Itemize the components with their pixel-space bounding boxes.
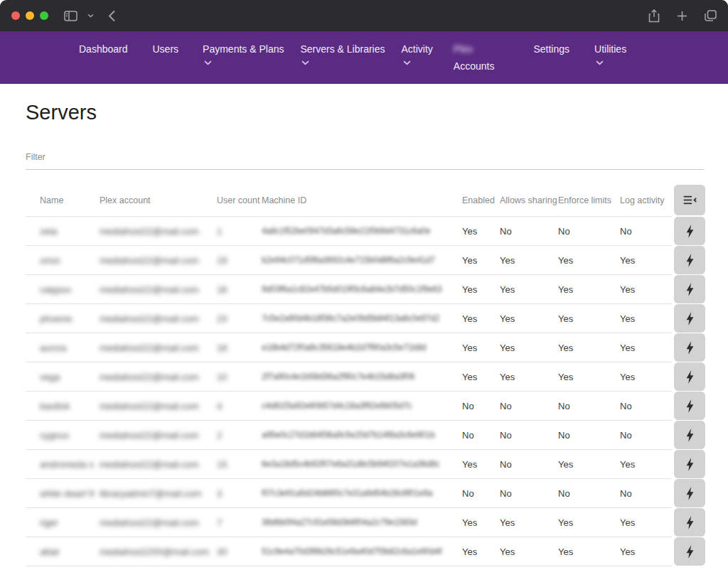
cell-enabled: Yes bbox=[462, 459, 500, 470]
row-action-button[interactable] bbox=[674, 217, 705, 245]
cell-log-activity: No bbox=[620, 401, 672, 411]
filter-input[interactable]: Filter bbox=[26, 150, 704, 170]
row-action-button[interactable] bbox=[674, 421, 705, 449]
nav-item-dashboard[interactable]: Dashboard bbox=[79, 43, 128, 55]
cell-name: zeta bbox=[40, 226, 100, 237]
column-header-enabled: Enabled bbox=[462, 195, 500, 205]
cell-log-activity: Yes bbox=[620, 546, 672, 557]
chevron-down-icon bbox=[596, 60, 604, 65]
row-action-button[interactable] bbox=[674, 537, 705, 566]
cell-enforce-limits: No bbox=[558, 488, 620, 499]
lightning-bolt-icon bbox=[685, 370, 695, 384]
table-row: zetamediahost22@mail.com14a8c1f52be0947d… bbox=[26, 216, 672, 245]
table-row: orionmediahost22@mail.com19b2e94c071d5f8… bbox=[26, 245, 672, 274]
chevron-down-icon bbox=[301, 60, 309, 65]
nav-item-settings[interactable]: Settings bbox=[533, 43, 569, 55]
cell-plex-account: mediahost22@mail.com bbox=[100, 430, 217, 441]
back-icon[interactable] bbox=[108, 10, 116, 22]
cell-enforce-limits: Yes bbox=[558, 546, 620, 557]
cell-enforce-limits: Yes bbox=[558, 284, 620, 295]
cell-machine-id: a95e0c27d1b84f36a9c5e20d7b14f8a3c6e901b bbox=[262, 430, 462, 440]
row-action-button[interactable] bbox=[674, 304, 705, 333]
cell-allows-sharing: Yes bbox=[500, 343, 558, 353]
cell-plex-account: mediahost22@mail.com bbox=[100, 517, 217, 528]
cell-user-count: 15 bbox=[217, 459, 262, 470]
cell-user-count: 1 bbox=[217, 226, 262, 237]
row-action-button[interactable] bbox=[674, 392, 705, 420]
nav-item-label: Accounts bbox=[454, 60, 495, 72]
nav-item-payments-plans[interactable]: Payments & Plans bbox=[203, 43, 284, 65]
cell-log-activity: Yes bbox=[620, 517, 672, 528]
paginator: Items per page: 30 1 – 12 of 12 bbox=[26, 578, 705, 582]
table-row: altairmediahost2200@mail.com3051c9e4a70d… bbox=[26, 537, 672, 566]
row-action-button[interactable] bbox=[674, 479, 705, 507]
nav-item-servers-libraries[interactable]: Servers & Libraries bbox=[300, 43, 385, 65]
cell-plex-account: mediahost22@mail.com bbox=[100, 313, 217, 324]
nav-item-activity[interactable]: Activity bbox=[402, 43, 433, 65]
cell-allows-sharing: No bbox=[500, 488, 558, 499]
cell-machine-id: 7c5e2a90d4b18f36c7a2e09d5b84f13a6c0e97d2 bbox=[262, 313, 462, 323]
nav-item-label: Activity bbox=[402, 43, 433, 55]
nav-item-label: Users bbox=[153, 43, 179, 55]
action-column bbox=[674, 185, 705, 566]
cell-name: cygnus bbox=[40, 430, 100, 441]
filter-underline bbox=[26, 169, 704, 170]
column-header-user-count: User count bbox=[217, 195, 262, 205]
lightning-bolt-icon bbox=[685, 487, 695, 500]
nav-item-accounts[interactable]: PlexAccounts bbox=[454, 43, 495, 72]
cell-plex-account: mediahost22@mail.com bbox=[100, 372, 217, 382]
cell-plex-account: mediahost22@mail.com bbox=[100, 459, 217, 470]
cell-enforce-limits: No bbox=[558, 401, 620, 411]
table-row: basiliskmediahost22@mail.com4c4d81f3a92e… bbox=[26, 391, 672, 420]
cell-plex-account: mediahost22@mail.com bbox=[100, 226, 217, 237]
cell-user-count: 16 bbox=[217, 284, 262, 295]
collapse-columns-button[interactable] bbox=[674, 185, 705, 215]
cell-machine-id: 2f7a90c4e1b58d36a2f90c7e4b15d8a3f06 bbox=[262, 372, 462, 382]
browser-toolbar bbox=[0, 0, 728, 31]
cell-user-count: 18 bbox=[217, 343, 262, 353]
new-tab-icon[interactable] bbox=[677, 11, 687, 21]
row-action-button[interactable] bbox=[674, 362, 705, 391]
table-row: vegamediahost22@mail.com102f7a90c4e1b58d… bbox=[26, 362, 672, 391]
cell-enabled: No bbox=[462, 430, 500, 441]
row-action-button[interactable] bbox=[674, 246, 705, 274]
tab-overview-icon[interactable] bbox=[705, 10, 717, 21]
cell-plex-account: libraryadmin7@mail.com bbox=[100, 488, 217, 499]
row-action-button[interactable] bbox=[674, 275, 705, 303]
share-icon[interactable] bbox=[648, 9, 660, 23]
cell-allows-sharing: No bbox=[500, 401, 558, 411]
cell-name: altair bbox=[40, 546, 100, 557]
lightning-bolt-icon bbox=[685, 341, 695, 355]
sidebar-toggle-icon[interactable] bbox=[64, 11, 77, 21]
row-action-button[interactable] bbox=[674, 333, 705, 362]
cell-machine-id: 51c9e4a70d3f8b26c51e9a40d7f3b82c6a1e90d4… bbox=[262, 546, 462, 556]
cell-log-activity: Yes bbox=[620, 284, 672, 295]
cell-name: basilisk bbox=[40, 401, 100, 411]
close-button[interactable] bbox=[11, 11, 20, 20]
cell-enforce-limits: Yes bbox=[558, 372, 620, 382]
lightning-bolt-icon bbox=[685, 429, 695, 442]
cell-enabled: Yes bbox=[462, 343, 500, 353]
chevron-down-icon bbox=[403, 60, 411, 65]
cell-machine-id: 6e3a18d5c4b92f07e6a31d8c5b94f207e1a36d8c bbox=[262, 459, 462, 469]
cell-log-activity: Yes bbox=[620, 313, 672, 324]
row-action-button[interactable] bbox=[674, 508, 705, 537]
table-row: cygnusmediahost22@mail.com2a95e0c27d1b84… bbox=[26, 420, 672, 449]
cell-machine-id: e18b4d72f0a9c35618e4b2d7f90a3c5e71b8d bbox=[262, 343, 462, 352]
cell-machine-id: b2e94c071d5f8a3692c4e715b0d8f6a2c9e41d7 bbox=[262, 255, 462, 265]
column-header-name: Name bbox=[40, 195, 100, 205]
nav-item-utilities[interactable]: Utilities bbox=[594, 43, 626, 65]
lightning-bolt-icon bbox=[685, 283, 695, 296]
traffic-lights bbox=[11, 11, 48, 20]
zoom-button[interactable] bbox=[40, 11, 48, 20]
cell-enforce-limits: Yes bbox=[558, 343, 620, 353]
minimize-button[interactable] bbox=[26, 11, 34, 20]
row-action-button[interactable] bbox=[674, 450, 705, 478]
cell-allows-sharing: Yes bbox=[500, 313, 558, 324]
cell-plex-account: mediahost22@mail.com bbox=[100, 255, 217, 266]
page-title: Servers bbox=[26, 101, 705, 124]
cell-allows-sharing: Yes bbox=[500, 372, 558, 382]
cell-log-activity: Yes bbox=[620, 255, 672, 266]
nav-item-users[interactable]: Users bbox=[153, 43, 179, 55]
chevron-down-icon[interactable] bbox=[87, 14, 94, 18]
